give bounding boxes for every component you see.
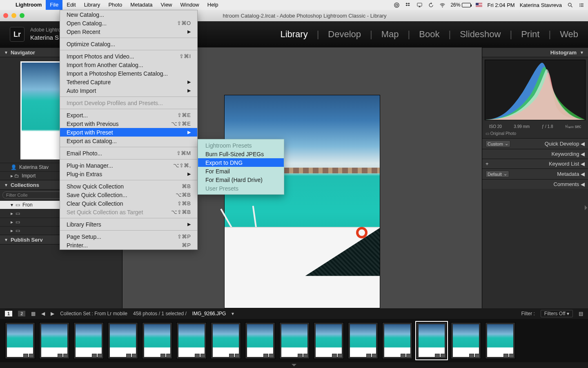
- filmstrip-thumb[interactable]: [5, 322, 35, 359]
- menu-library[interactable]: Library: [80, 0, 105, 10]
- file-menu-item[interactable]: Auto Import▶: [60, 86, 197, 95]
- airplay-icon[interactable]: [416, 2, 423, 8]
- file-menu-item[interactable]: Import from Another Catalog...: [60, 61, 197, 69]
- filmstrip-thumb[interactable]: [245, 322, 275, 359]
- file-menu-item[interactable]: Export with Previous⌥⇧⌘E: [60, 119, 197, 128]
- file-menu-item[interactable]: Clear Quick Collection⇧⌘B: [60, 199, 197, 208]
- filmstrip-thumb[interactable]: [211, 322, 241, 359]
- filename-menu[interactable]: ▾: [232, 311, 234, 316]
- preset-group-header: Lightroom Presets: [198, 141, 284, 150]
- histogram-header[interactable]: Histogram ▼: [482, 47, 588, 57]
- file-menu-item[interactable]: Export as Catalog...: [60, 137, 197, 145]
- menubar-user[interactable]: Katerina Stavreva: [520, 2, 562, 8]
- dropbox-icon[interactable]: [405, 2, 411, 8]
- file-menu-item[interactable]: Plug-in Extras▶: [60, 170, 197, 178]
- filmstrip-thumb[interactable]: [416, 322, 447, 359]
- file-menu-item[interactable]: Export with Preset▶: [60, 128, 197, 137]
- battery-indicator[interactable]: 26%: [450, 2, 471, 8]
- window-close[interactable]: [3, 13, 8, 18]
- menu-photo[interactable]: Photo: [104, 0, 126, 10]
- svg-rect-7: [581, 4, 584, 5]
- filmstrip[interactable]: [0, 319, 588, 362]
- nav-back[interactable]: ◀: [41, 311, 45, 316]
- brand-subtitle: Adobe Lightroo: [30, 27, 63, 34]
- filter-lock-icon[interactable]: ▤: [579, 311, 583, 316]
- chevron-left-icon: ◀: [581, 161, 585, 167]
- filmstrip-thumb[interactable]: [176, 322, 207, 359]
- filmstrip-thumb[interactable]: [108, 322, 138, 359]
- preset-item[interactable]: For Email (Hard Drive): [198, 175, 284, 184]
- control-center-icon[interactable]: [578, 2, 585, 8]
- filmstrip-thumb[interactable]: [485, 322, 515, 359]
- window-minimize[interactable]: [11, 13, 16, 18]
- preset-item[interactable]: Burn Full-Sized JPEGs: [198, 150, 284, 158]
- menu-edit[interactable]: Edit: [62, 0, 80, 10]
- file-menu-item[interactable]: Optimize Catalog...: [60, 40, 197, 48]
- module-print[interactable]: Print: [521, 29, 539, 40]
- module-develop[interactable]: Develop: [328, 29, 361, 40]
- module-book[interactable]: Book: [419, 29, 439, 40]
- bottom-panel-handle[interactable]: [0, 362, 588, 368]
- menu-metadata[interactable]: Metadata: [126, 0, 156, 10]
- input-source-flag-icon[interactable]: [476, 3, 482, 7]
- module-map[interactable]: Map: [381, 29, 399, 40]
- metadata-preset-select[interactable]: Default ⌄: [486, 171, 509, 177]
- file-menu-item[interactable]: Plug-in Manager...⌥⇧⌘,: [60, 161, 197, 170]
- quick-develop-header[interactable]: Custom ⌄ Quick Develop ◀: [482, 138, 588, 149]
- module-web[interactable]: Web: [560, 29, 578, 40]
- filmstrip-thumb[interactable]: [314, 322, 344, 359]
- menubar-clock[interactable]: Fri 2:04 PM: [487, 2, 514, 8]
- file-menu-item[interactable]: Tethered Capture▶: [60, 78, 197, 86]
- keywording-header[interactable]: Keywording ◀: [482, 149, 588, 159]
- comments-header[interactable]: Comments ◀: [482, 179, 588, 189]
- file-menu-item[interactable]: Import Photos and Video...⇧⌘I: [60, 52, 197, 61]
- filter-dropdown[interactable]: Filters Off ▾: [541, 310, 573, 317]
- quickdev-preset-select[interactable]: Custom ⌄: [486, 140, 510, 147]
- filmstrip-thumb[interactable]: [382, 322, 412, 359]
- metadata-header[interactable]: Default ⌄ Metadata ◀: [482, 168, 588, 179]
- file-menu-item[interactable]: Library Filters▶: [60, 220, 197, 229]
- cc-icon[interactable]: [393, 2, 400, 8]
- filmstrip-thumb[interactable]: [348, 322, 378, 359]
- file-menu-item[interactable]: Page Setup...⇧⌘P: [60, 232, 197, 241]
- comments-label: Comments: [554, 181, 579, 187]
- file-menu-item[interactable]: Open Recent▶: [60, 27, 197, 36]
- window-layout-1[interactable]: 1: [5, 311, 12, 316]
- file-menu-item[interactable]: Import a Photoshop Elements Catalog...: [60, 69, 197, 78]
- window-layout-2[interactable]: 2: [18, 311, 25, 316]
- filmstrip-thumb[interactable]: [279, 322, 310, 359]
- module-slideshow[interactable]: Slideshow: [460, 29, 501, 40]
- file-menu-item[interactable]: Open Catalog...⇧⌘O: [60, 19, 197, 27]
- file-menu-item[interactable]: New Catalog...: [60, 10, 197, 19]
- preset-item[interactable]: Export to DNG: [198, 158, 284, 167]
- filmstrip-thumb[interactable]: [142, 322, 172, 359]
- grid-icon[interactable]: ▦: [31, 311, 36, 316]
- menu-help[interactable]: Help: [203, 0, 223, 10]
- module-library[interactable]: Library: [280, 29, 307, 40]
- filmstrip-thumb[interactable]: [39, 322, 69, 359]
- file-menu-item[interactable]: Export...⇧⌘E: [60, 111, 197, 119]
- timemachine-icon[interactable]: [428, 2, 434, 8]
- menu-window[interactable]: Window: [176, 0, 203, 10]
- file-menu-item[interactable]: Email Photo...⇧⌘M: [60, 149, 197, 157]
- filmstrip-thumb[interactable]: [451, 322, 481, 359]
- file-menu-item[interactable]: Printer...⌘P: [60, 241, 197, 249]
- app-menu[interactable]: Lightroom: [11, 0, 46, 10]
- menu-file[interactable]: File: [46, 0, 62, 10]
- right-panel-handle[interactable]: [584, 200, 588, 216]
- file-menu-item[interactable]: Show Quick Collection⌘B: [60, 182, 197, 191]
- filmstrip-thumb[interactable]: [74, 322, 104, 359]
- wifi-icon[interactable]: [439, 2, 445, 8]
- window-zoom[interactable]: [20, 13, 24, 18]
- folder-import-label: Import: [22, 173, 36, 179]
- apple-menu[interactable]: [3, 0, 11, 10]
- preset-item[interactable]: For Email: [198, 167, 284, 175]
- nav-forward[interactable]: ▶: [51, 311, 54, 316]
- histogram-display[interactable]: [485, 60, 586, 120]
- spotlight-icon[interactable]: [567, 2, 573, 8]
- menu-view[interactable]: View: [157, 0, 176, 10]
- file-menu-item[interactable]: Save Quick Collection...⌥⌘B: [60, 191, 197, 199]
- keyword-list-header[interactable]: + Keyword List ◀: [482, 159, 588, 168]
- preview-image[interactable]: [225, 95, 380, 308]
- add-keyword-button[interactable]: +: [486, 161, 494, 167]
